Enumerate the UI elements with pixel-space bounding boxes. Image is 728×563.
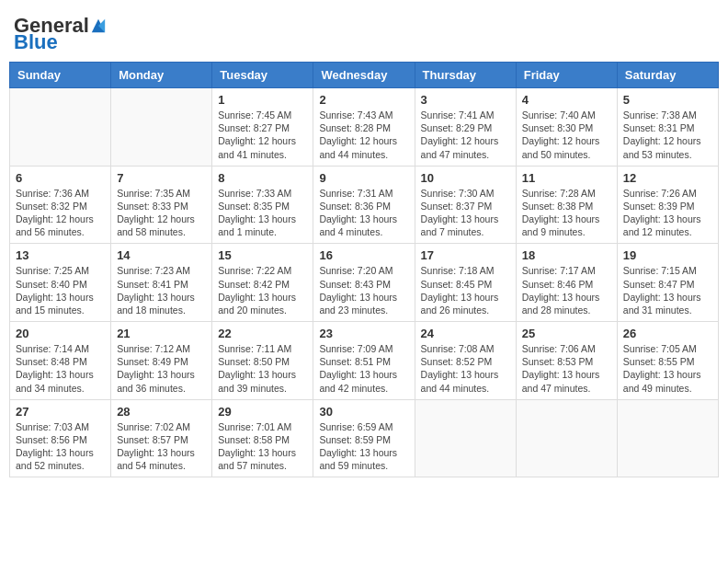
calendar-cell: 28Sunrise: 7:02 AMSunset: 8:57 PMDayligh… <box>111 399 212 477</box>
day-number: 9 <box>319 171 408 185</box>
calendar-cell <box>516 399 617 477</box>
calendar-cell: 3Sunrise: 7:41 AMSunset: 8:29 PMDaylight… <box>415 88 516 167</box>
day-info: Sunrise: 7:18 AMSunset: 8:45 PMDaylight:… <box>421 264 510 316</box>
calendar-header-saturday: Saturday <box>617 63 718 88</box>
day-info: Sunrise: 7:03 AMSunset: 8:56 PMDaylight:… <box>16 420 105 473</box>
calendar-header-thursday: Thursday <box>415 63 516 88</box>
calendar-cell: 6Sunrise: 7:36 AMSunset: 8:32 PMDaylight… <box>10 166 111 244</box>
day-number: 10 <box>421 171 510 185</box>
day-number: 23 <box>319 327 408 340</box>
day-number: 3 <box>421 93 510 107</box>
calendar-cell: 7Sunrise: 7:35 AMSunset: 8:33 PMDaylight… <box>111 166 212 244</box>
calendar-week-1: 1Sunrise: 7:45 AMSunset: 8:27 PMDaylight… <box>10 88 719 167</box>
calendar-cell: 17Sunrise: 7:18 AMSunset: 8:45 PMDayligh… <box>415 244 516 322</box>
day-number: 28 <box>117 405 206 419</box>
calendar-cell: 20Sunrise: 7:14 AMSunset: 8:48 PMDayligh… <box>10 322 111 400</box>
calendar-cell: 12Sunrise: 7:26 AMSunset: 8:39 PMDayligh… <box>617 166 718 244</box>
calendar-header-friday: Friday <box>516 63 617 88</box>
calendar-week-3: 13Sunrise: 7:25 AMSunset: 8:40 PMDayligh… <box>10 244 719 322</box>
calendar-cell: 1Sunrise: 7:45 AMSunset: 8:27 PMDaylight… <box>212 88 313 167</box>
calendar-cell <box>111 88 212 167</box>
day-number: 7 <box>117 171 206 185</box>
calendar-cell: 30Sunrise: 6:59 AMSunset: 8:59 PMDayligh… <box>313 399 415 477</box>
logo: General Blue <box>14 14 107 54</box>
day-number: 30 <box>319 405 408 419</box>
day-info: Sunrise: 7:43 AMSunset: 8:28 PMDaylight:… <box>319 109 408 161</box>
day-number: 13 <box>16 248 105 262</box>
calendar-cell: 4Sunrise: 7:40 AMSunset: 8:30 PMDaylight… <box>516 88 617 167</box>
calendar-cell: 24Sunrise: 7:08 AMSunset: 8:52 PMDayligh… <box>415 322 516 400</box>
day-info: Sunrise: 7:25 AMSunset: 8:40 PMDaylight:… <box>16 264 105 316</box>
calendar-cell: 27Sunrise: 7:03 AMSunset: 8:56 PMDayligh… <box>10 399 111 477</box>
calendar-cell: 14Sunrise: 7:23 AMSunset: 8:41 PMDayligh… <box>111 244 212 322</box>
calendar-cell: 25Sunrise: 7:06 AMSunset: 8:53 PMDayligh… <box>516 322 617 400</box>
day-number: 15 <box>218 248 307 262</box>
day-info: Sunrise: 7:09 AMSunset: 8:51 PMDaylight:… <box>319 342 408 395</box>
calendar-cell: 19Sunrise: 7:15 AMSunset: 8:47 PMDayligh… <box>617 244 718 322</box>
day-number: 25 <box>522 327 611 340</box>
day-info: Sunrise: 7:30 AMSunset: 8:37 PMDaylight:… <box>421 187 510 239</box>
calendar-cell: 18Sunrise: 7:17 AMSunset: 8:46 PMDayligh… <box>516 244 617 322</box>
day-info: Sunrise: 7:15 AMSunset: 8:47 PMDaylight:… <box>623 264 712 316</box>
calendar-header-row: SundayMondayTuesdayWednesdayThursdayFrid… <box>10 63 719 88</box>
calendar-cell: 2Sunrise: 7:43 AMSunset: 8:28 PMDaylight… <box>313 88 415 167</box>
calendar-week-5: 27Sunrise: 7:03 AMSunset: 8:56 PMDayligh… <box>10 399 719 477</box>
calendar-cell: 5Sunrise: 7:38 AMSunset: 8:31 PMDaylight… <box>617 88 718 167</box>
day-number: 19 <box>623 248 712 262</box>
day-info: Sunrise: 7:33 AMSunset: 8:35 PMDaylight:… <box>218 187 307 239</box>
calendar-cell: 22Sunrise: 7:11 AMSunset: 8:50 PMDayligh… <box>212 322 313 400</box>
calendar-cell: 11Sunrise: 7:28 AMSunset: 8:38 PMDayligh… <box>516 166 617 244</box>
calendar-cell: 9Sunrise: 7:31 AMSunset: 8:36 PMDaylight… <box>313 166 415 244</box>
day-number: 21 <box>117 327 206 340</box>
calendar-table: SundayMondayTuesdayWednesdayThursdayFrid… <box>9 62 719 477</box>
calendar-cell: 8Sunrise: 7:33 AMSunset: 8:35 PMDaylight… <box>212 166 313 244</box>
logo-icon <box>90 17 107 34</box>
day-info: Sunrise: 7:12 AMSunset: 8:49 PMDaylight:… <box>117 342 206 395</box>
day-number: 22 <box>218 327 307 340</box>
day-info: Sunrise: 7:28 AMSunset: 8:38 PMDaylight:… <box>522 187 611 239</box>
day-info: Sunrise: 7:14 AMSunset: 8:48 PMDaylight:… <box>16 342 105 395</box>
day-number: 6 <box>16 171 105 185</box>
header: General Blue <box>9 9 719 54</box>
calendar-week-4: 20Sunrise: 7:14 AMSunset: 8:48 PMDayligh… <box>10 322 719 400</box>
day-number: 26 <box>623 327 712 340</box>
calendar-cell: 16Sunrise: 7:20 AMSunset: 8:43 PMDayligh… <box>313 244 415 322</box>
day-info: Sunrise: 7:26 AMSunset: 8:39 PMDaylight:… <box>623 187 712 239</box>
calendar-cell: 13Sunrise: 7:25 AMSunset: 8:40 PMDayligh… <box>10 244 111 322</box>
calendar-cell: 21Sunrise: 7:12 AMSunset: 8:49 PMDayligh… <box>111 322 212 400</box>
day-info: Sunrise: 7:01 AMSunset: 8:58 PMDaylight:… <box>218 420 307 473</box>
day-info: Sunrise: 7:41 AMSunset: 8:29 PMDaylight:… <box>421 109 510 161</box>
day-info: Sunrise: 7:35 AMSunset: 8:33 PMDaylight:… <box>117 187 206 239</box>
day-info: Sunrise: 7:05 AMSunset: 8:55 PMDaylight:… <box>623 342 712 395</box>
day-number: 11 <box>522 171 611 185</box>
logo-blue-text: Blue <box>14 30 58 54</box>
calendar-header-monday: Monday <box>111 63 212 88</box>
calendar-cell: 26Sunrise: 7:05 AMSunset: 8:55 PMDayligh… <box>617 322 718 400</box>
day-number: 18 <box>522 248 611 262</box>
day-number: 4 <box>522 93 611 107</box>
day-info: Sunrise: 7:31 AMSunset: 8:36 PMDaylight:… <box>319 187 408 239</box>
day-number: 8 <box>218 171 307 185</box>
day-number: 27 <box>16 405 105 419</box>
day-number: 1 <box>218 93 307 107</box>
day-info: Sunrise: 7:20 AMSunset: 8:43 PMDaylight:… <box>319 264 408 316</box>
day-info: Sunrise: 6:59 AMSunset: 8:59 PMDaylight:… <box>319 420 408 473</box>
calendar-cell: 29Sunrise: 7:01 AMSunset: 8:58 PMDayligh… <box>212 399 313 477</box>
day-info: Sunrise: 7:02 AMSunset: 8:57 PMDaylight:… <box>117 420 206 473</box>
day-info: Sunrise: 7:08 AMSunset: 8:52 PMDaylight:… <box>421 342 510 395</box>
day-number: 12 <box>623 171 712 185</box>
calendar-header-wednesday: Wednesday <box>313 63 415 88</box>
calendar-cell <box>10 88 111 167</box>
day-info: Sunrise: 7:06 AMSunset: 8:53 PMDaylight:… <box>522 342 611 395</box>
day-number: 17 <box>421 248 510 262</box>
calendar-cell: 10Sunrise: 7:30 AMSunset: 8:37 PMDayligh… <box>415 166 516 244</box>
day-number: 2 <box>319 93 408 107</box>
calendar-cell <box>617 399 718 477</box>
day-info: Sunrise: 7:45 AMSunset: 8:27 PMDaylight:… <box>218 109 307 161</box>
calendar-cell: 15Sunrise: 7:22 AMSunset: 8:42 PMDayligh… <box>212 244 313 322</box>
day-info: Sunrise: 7:38 AMSunset: 8:31 PMDaylight:… <box>623 109 712 161</box>
day-number: 16 <box>319 248 408 262</box>
day-info: Sunrise: 7:36 AMSunset: 8:32 PMDaylight:… <box>16 187 105 239</box>
day-number: 14 <box>117 248 206 262</box>
calendar-header-tuesday: Tuesday <box>212 63 313 88</box>
